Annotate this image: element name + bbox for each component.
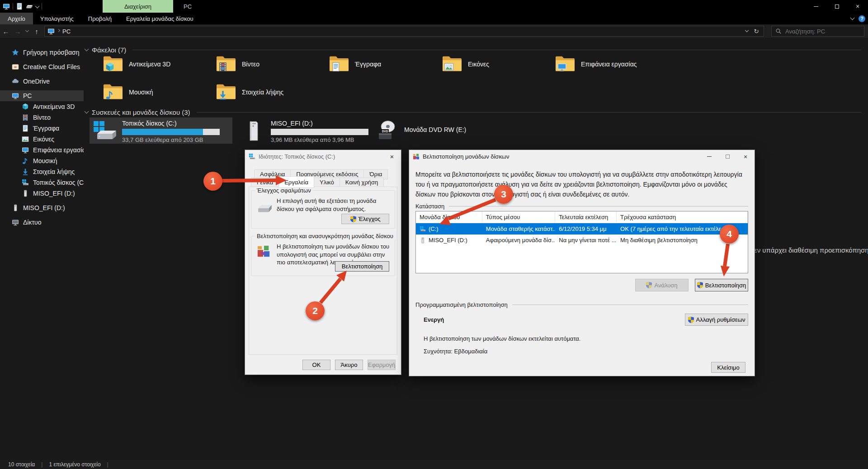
sidebar-item-downloads[interactable]: Στοιχεία λήψης — [0, 166, 84, 177]
menu-drive-tools[interactable]: Εργαλεία μονάδας δίσκου — [119, 13, 201, 24]
up-button[interactable]: ↑ — [31, 25, 42, 37]
sidebar-item-local-disk-c[interactable]: Τοπικός δίσκος (C:) — [0, 177, 84, 188]
uac-shield-icon — [350, 216, 356, 222]
change-settings-button[interactable]: Αλλαγή ρυθμίσεων — [685, 314, 748, 326]
annotation-step-1: 1 — [203, 172, 222, 191]
divider: | — [41, 461, 42, 468]
preview-pane-message: Δεν υπάρχει διαθέσιμη προεπισκόπηση. — [750, 246, 868, 254]
breadcrumb-path[interactable]: PC — [62, 28, 71, 35]
folder-tile-pictures[interactable]: Εικόνες — [442, 53, 550, 77]
table-row-drive-c[interactable]: (C:) Μονάδα σταθερής κατάστ... 6/12/2019… — [416, 223, 748, 234]
cancel-button[interactable]: Άκυρο — [335, 360, 363, 370]
hard-drive-icon — [22, 179, 29, 186]
sidebar-item-miso-efi-d-root[interactable]: MISO_EFI (D:) — [0, 202, 84, 213]
folder-tile-documents[interactable]: Έγγραφα — [329, 53, 437, 77]
sidebar-item-creative-cloud[interactable]: Creative Cloud Files — [0, 61, 84, 72]
ok-button[interactable]: OK — [302, 360, 330, 370]
desktop-icon — [557, 62, 567, 72]
sidebar-item-miso-efi-d[interactable]: MISO_EFI (D:) — [0, 188, 84, 199]
maximize-button[interactable] — [826, 0, 847, 13]
drives-section-header[interactable]: Συσκευές και μονάδες δίσκου (3) — [85, 108, 861, 117]
quick-access-toolbar — [0, 3, 42, 10]
document-icon — [22, 125, 29, 132]
folder-tile-desktop[interactable]: Επιφάνεια εργασίας — [555, 53, 663, 77]
dvd-drive-icon — [375, 120, 399, 141]
folder-icon — [216, 54, 236, 73]
ribbon-tab-manage[interactable]: Διαχείριση — [103, 0, 173, 13]
forward-button[interactable]: → — [12, 25, 24, 37]
folder-icon — [216, 82, 236, 101]
close-button[interactable]: Κλείσιμο — [711, 362, 745, 373]
properties-shortcut-icon[interactable] — [16, 3, 23, 10]
capacity-bar — [271, 129, 368, 135]
sidebar-item-desktop[interactable]: Επιφάνεια εργασίας — [0, 145, 84, 155]
sidebar-item-videos[interactable]: Βίντεο — [0, 112, 84, 123]
address-dropdown-chevron-icon[interactable] — [745, 28, 749, 32]
check-button[interactable]: Έλεγχος — [341, 214, 389, 224]
new-folder-shortcut-icon[interactable] — [26, 3, 33, 10]
folder-icon — [555, 54, 576, 73]
drives-table[interactable]: Μονάδα δίσκου Τύπος μέσου Τελευταία εκτέ… — [415, 211, 748, 273]
optimize-button[interactable]: Βελτιστοποίηση — [695, 279, 748, 291]
folder-tile-downloads[interactable]: Στοιχεία λήψης — [216, 81, 324, 105]
folder-tile-3d-objects[interactable]: Αντικείμενα 3D — [103, 53, 211, 77]
search-box[interactable] — [771, 26, 864, 37]
folder-tile-videos[interactable]: Βίντεο — [216, 53, 324, 77]
sidebar-item-3d-objects[interactable]: Αντικείμενα 3D — [0, 101, 84, 112]
apply-button[interactable]: Εφαρμογή — [368, 360, 396, 370]
refresh-icon[interactable]: ↻ — [754, 28, 759, 35]
menu-file[interactable]: Αρχείο — [0, 13, 33, 24]
help-icon[interactable]: ? — [859, 15, 865, 22]
close-icon[interactable]: × — [736, 150, 755, 163]
minimize-button[interactable] — [700, 150, 718, 163]
column-header-media-type[interactable]: Τύπος μέσου — [482, 211, 555, 223]
computer-icon — [12, 92, 19, 99]
sidebar-item-pictures[interactable]: Εικόνες — [0, 134, 84, 145]
annotation-step-4: 4 — [720, 225, 739, 244]
optimize-group: Βελτιστοποίηση και ανασυγκρότηση μονάδας… — [251, 236, 395, 276]
menu-view[interactable]: Προβολή — [81, 13, 119, 24]
schedule-status: Ενεργή — [424, 316, 444, 323]
status-bar: 10 στοιχεία | 1 επιλεγμένο στοιχείο | — [0, 460, 868, 469]
maximize-button[interactable] — [718, 150, 736, 163]
drive-tile-local-disk-c[interactable]: Τοπικός δίσκος (C:) 33,7 GB ελεύθερα από… — [90, 117, 232, 144]
column-header-drive[interactable]: Μονάδα δίσκου — [416, 211, 482, 223]
sidebar-item-network[interactable]: Δίκτυο — [0, 217, 84, 228]
column-header-last-run[interactable]: Τελευταία εκτέλεση — [555, 211, 617, 223]
address-input[interactable]: PC ↻ — [44, 26, 764, 37]
sidebar-item-onedrive[interactable]: OneDrive — [0, 76, 84, 87]
sidebar-item-music[interactable]: Μουσική — [0, 155, 84, 166]
column-header-current-status[interactable]: Τρέχουσα κατάσταση — [617, 211, 748, 223]
schedule-frequency: Συχνότητα: Εβδομαδιαία — [424, 348, 487, 355]
dialog-title: Βελτιστοποίηση μονάδων δίσκων — [423, 153, 509, 160]
table-row-drive-d[interactable]: MISO_EFI (D:) Αφαιρούμενη μονάδα δίσ... … — [416, 234, 748, 246]
divider — [42, 3, 42, 9]
folder-tile-music[interactable]: Μουσική — [103, 81, 211, 105]
recent-locations-chevron-icon[interactable] — [24, 25, 31, 37]
collapse-chevron-icon[interactable] — [85, 47, 89, 52]
close-icon[interactable]: × — [383, 150, 401, 163]
sidebar-item-documents[interactable]: Έγγραφα — [0, 123, 84, 134]
sidebar-item-pc[interactable]: PC — [0, 90, 84, 101]
customize-toolbar-chevron-icon[interactable] — [35, 4, 40, 8]
back-button[interactable]: ← — [0, 25, 12, 37]
drive-tile-miso-efi-d[interactable]: MISO_EFI (D:) 3,96 MB ελεύθερα από 3,96 … — [238, 117, 361, 144]
analyze-button[interactable]: Ανάλυση — [635, 279, 689, 291]
hard-drive-icon — [420, 226, 426, 232]
dialog-description: Μπορείτε να βελτιστοποιήσετε τις μονάδες… — [415, 169, 747, 199]
drive-tile-dvd-e[interactable]: Μονάδα DVD RW (E:) — [372, 117, 489, 144]
search-input[interactable] — [785, 28, 858, 35]
sidebar-item-quick-access[interactable]: Γρήγορη πρόσβαση — [0, 47, 84, 58]
expand-ribbon-chevron-icon[interactable] — [850, 15, 855, 20]
folders-section-header[interactable]: Φάκελοι (7) — [85, 45, 861, 54]
picture-icon — [22, 136, 29, 143]
menu-computer[interactable]: Υπολογιστής — [33, 13, 81, 24]
dialog-title-bar[interactable]: Ιδιότητες: Τοπικός δίσκος (C:) — [245, 150, 401, 163]
minimize-button[interactable] — [806, 0, 826, 13]
document-icon — [331, 62, 341, 72]
optimize-button[interactable]: Βελτιστοποίηση — [335, 261, 389, 272]
music-note-icon — [105, 90, 115, 100]
collapse-chevron-icon[interactable] — [85, 109, 89, 114]
tab-tools[interactable]: Εργαλεία — [278, 176, 314, 188]
close-button[interactable]: × — [847, 0, 868, 13]
